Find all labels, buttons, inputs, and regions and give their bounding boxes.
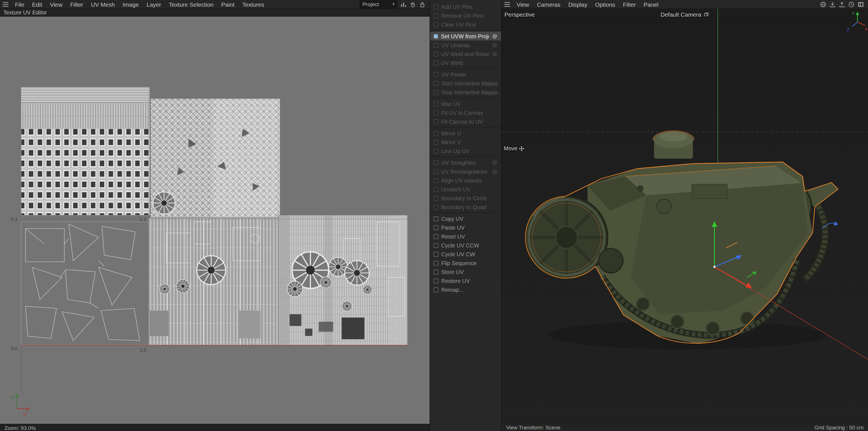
export-icon[interactable]: [839, 1, 845, 7]
palette-item-icon: [433, 81, 438, 86]
menu-edit[interactable]: Edit: [28, 0, 46, 8]
y-axis-label: Y: [852, 11, 855, 16]
palette-item-store-uv[interactable]: Store UV: [430, 267, 501, 276]
chart-icon[interactable]: [400, 1, 407, 7]
palette-item-cycle-uv-cw[interactable]: Cycle UV CW: [430, 250, 501, 258]
palette-item-icon: [433, 243, 438, 248]
uv-corner-label: 1,0: [140, 347, 146, 353]
panel-icon[interactable]: [858, 1, 864, 7]
palette-item-icon: [433, 204, 438, 209]
move-tool-hint: Move: [504, 145, 525, 151]
grid-spacing-status: Grid Spacing : 50 cm: [814, 424, 864, 431]
palette-item-clear-uv-pins: Clear UV Pins: [430, 20, 501, 29]
hamburger-menu-icon[interactable]: [0, 1, 11, 7]
palette-item-uv-peeler: UV Peeler: [430, 70, 501, 79]
palette-item-icon: [433, 287, 438, 292]
vp-menu-panel[interactable]: Panel: [640, 0, 662, 8]
palette-item-icon: [433, 169, 438, 174]
command-palette: Add UV Pins Remove UV Pins Clear UV Pins…: [430, 0, 502, 431]
import-icon[interactable]: [829, 1, 836, 7]
viewport-hamburger-menu-icon[interactable]: [502, 1, 513, 7]
menu-uv-mesh[interactable]: UV Mesh: [87, 0, 119, 8]
palette-item-icon: [433, 131, 438, 136]
uv-projection-icon: [433, 33, 438, 39]
palette-item-icon: [433, 4, 438, 9]
palette-item-reset-uv[interactable]: Reset UV: [430, 232, 501, 241]
menu-textures[interactable]: Textures: [238, 0, 268, 8]
globe-icon[interactable]: [820, 1, 827, 7]
palette-item-icon: [433, 196, 438, 201]
uv-canvas[interactable]: V U 0,1 1,1 0,0 1,0: [0, 17, 430, 424]
vp-menu-view[interactable]: View: [513, 0, 533, 8]
menu-layer[interactable]: Layer: [143, 0, 165, 8]
palette-item-set-uvw-from-projection[interactable]: Set UVW from Projection: [430, 32, 501, 40]
main-menubar: File Edit View Filter UV Mesh Image Laye…: [0, 0, 430, 9]
palette-item-add-uv-pins: Add UV Pins: [430, 2, 501, 11]
uv-axis-icon: V U: [11, 394, 29, 416]
menu-texture-selection[interactable]: Texture Selection: [165, 0, 217, 8]
palette-item-uv-straighten: UV Straighten: [430, 158, 501, 167]
palette-item-icon: [433, 110, 438, 115]
palette-item-remap[interactable]: Remap...: [430, 285, 501, 294]
palette-item-fit-canvas-to-uv: Fit Canvas to UV: [430, 117, 501, 126]
uv-editor-title: Texture UV Editor: [0, 9, 430, 17]
vp-menu-display[interactable]: Display: [564, 0, 591, 8]
palette-item-align-uv-islands: Align UV Islands: [430, 176, 501, 185]
palette-item-start-interactive-mapping: Start Interactive Mapping: [430, 79, 501, 88]
palette-item-fit-uv-to-canvas: Fit UV to Canvas: [430, 108, 501, 117]
move-cross-icon: [519, 146, 525, 151]
viewport-panel: View Cameras Display Options Filter Pane…: [502, 0, 868, 431]
palette-item-restore-uv[interactable]: Restore UV: [430, 276, 501, 285]
menu-filter[interactable]: Filter: [66, 0, 87, 8]
palette-item-icon: [433, 148, 438, 153]
palette-item-cycle-uv-ccw[interactable]: Cycle UV CCW: [430, 241, 501, 250]
menu-paint[interactable]: Paint: [217, 0, 238, 8]
project-dropdown[interactable]: Project ▾: [360, 0, 397, 8]
palette-item-icon: [433, 42, 438, 48]
camera-label: Default Camera: [660, 11, 701, 18]
pan-hand-icon[interactable]: [410, 1, 416, 7]
palette-separator: [430, 211, 501, 214]
palette-item-icon: [433, 140, 438, 144]
uv-corner-label: 1,1: [140, 216, 146, 222]
viewport-menubar: View Cameras Display Options Filter Pane…: [502, 0, 868, 9]
palette-item-icon: [433, 101, 438, 106]
gear-icon: [492, 168, 498, 174]
v-axis-label: V: [11, 395, 14, 401]
chevron-down-icon: ▾: [393, 1, 395, 7]
palette-item-icon: [433, 178, 438, 183]
palette-item-line-up-uv: Line Up UV: [430, 146, 501, 155]
u-axis-label: U: [23, 411, 27, 416]
palette-item-icon: [433, 22, 438, 27]
palette-item-boundary-to-quad: Boundary to Quad: [430, 202, 501, 211]
palette-item-icon: [433, 260, 438, 265]
palette-item-stop-interactive-mapping: Stop Interactive Mapping: [430, 88, 501, 96]
palette-item-icon: [433, 13, 438, 18]
move-tool-label: Move: [504, 145, 518, 151]
palette-item-unstitch-uv: Unstitch UV: [430, 185, 501, 194]
viewport-canvas[interactable]: Y X Z Perspective Default Camera Move: [502, 9, 868, 423]
vp-menu-cameras[interactable]: Cameras: [533, 0, 564, 8]
palette-item-uv-weld-and-relax: UV Weld and Relax: [430, 49, 501, 58]
camera-selector[interactable]: Default Camera: [660, 11, 709, 18]
camera-stack-icon: [704, 12, 709, 17]
menu-image[interactable]: Image: [119, 0, 143, 8]
palette-item-icon: [433, 72, 438, 77]
history-icon[interactable]: [848, 1, 855, 7]
gear-icon: [492, 160, 498, 166]
palette-item-icon: [433, 119, 438, 124]
view-transform-status: View Transform: Scene: [506, 424, 560, 431]
gear-icon[interactable]: [492, 33, 498, 39]
palette-item-paste-uv[interactable]: Paste UV: [430, 223, 501, 232]
palette-item-flip-sequence[interactable]: Flip Sequence: [430, 258, 501, 267]
lock-icon[interactable]: [419, 1, 426, 7]
palette-item-copy-uv[interactable]: Copy UV: [430, 214, 501, 223]
palette-item-icon: [433, 60, 438, 65]
palette-item-icon: [433, 51, 438, 56]
uv-corner-label: 0,0: [11, 346, 18, 351]
menu-file[interactable]: File: [11, 0, 28, 8]
vp-menu-filter[interactable]: Filter: [619, 0, 640, 8]
menu-view[interactable]: View: [46, 0, 66, 8]
uv-corner-label: 0,1: [11, 216, 18, 222]
vp-menu-options[interactable]: Options: [591, 0, 619, 8]
